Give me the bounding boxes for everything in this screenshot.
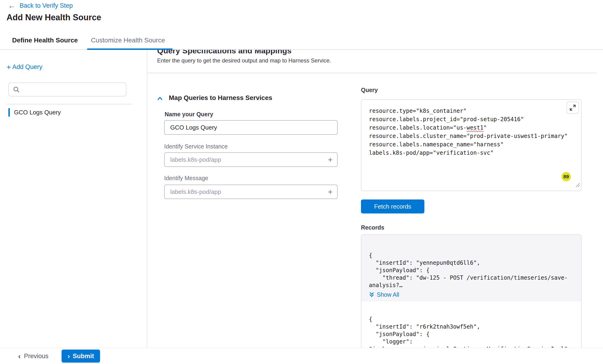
back-arrow-icon: ←: [8, 2, 15, 9]
map-queries-heading: Map Queries to Harness Services: [169, 94, 272, 102]
query-list-item-gco-logs[interactable]: GCO Logs Query: [7, 107, 132, 118]
query-line: labels.k8s-pod/app="verification-svc": [369, 149, 574, 157]
section-subheading: Enter the query to get the desired outpu…: [157, 57, 331, 64]
page-title: Add New Health Source: [7, 12, 101, 22]
previous-button[interactable]: ‹ Previous: [18, 353, 48, 360]
service-instance-label: Identify Service Instance: [164, 143, 228, 150]
tab-bar: Define Health Source Customize Health So…: [0, 31, 603, 50]
query-line: resource.labels.location="us-west1": [369, 124, 574, 132]
query-line: resource.labels.namespace_name="harness": [369, 140, 574, 149]
service-instance-field: +: [164, 152, 338, 167]
identify-message-field: +: [164, 184, 338, 199]
section-heading: Query Specifications and Mappings: [157, 50, 291, 55]
chevron-up-icon: [157, 95, 163, 102]
search-icon: [13, 86, 20, 93]
query-name-input[interactable]: [164, 120, 338, 135]
add-message-button[interactable]: +: [328, 188, 333, 196]
tab-customize-health-source[interactable]: Customize Health Source: [91, 31, 165, 49]
back-link-label: Back to Verify Step: [20, 2, 73, 9]
record-json-1: { "insertId": "yennepun0qtd6ll6", "jsonP…: [369, 252, 574, 289]
query-label: Query: [361, 87, 378, 93]
sidebar-divider: [7, 104, 132, 104]
name-query-label: Name your Query: [165, 111, 213, 118]
fetch-records-button[interactable]: Fetch records: [361, 199, 424, 214]
record-card: { "insertId": "yennepun0qtd6ll6", "jsonP…: [361, 235, 581, 302]
expand-query-button[interactable]: [567, 102, 579, 114]
char-count-badge: 89: [561, 172, 571, 181]
add-query-label: Add Query: [12, 63, 42, 71]
resize-handle[interactable]: [575, 181, 580, 190]
query-search-box: [8, 82, 126, 96]
query-line: resource.labels.project_id="prod-setup-2…: [369, 115, 574, 124]
collapse-section-button[interactable]: [157, 95, 163, 102]
query-item-label: GCO Logs Query: [14, 109, 61, 116]
record-json-2: { "insertId": "r6rk2tnah3owf5eh", "jsonP…: [369, 316, 574, 348]
add-service-instance-button[interactable]: +: [328, 156, 333, 164]
add-query-button[interactable]: + Add Query: [7, 63, 42, 71]
chevron-right-icon: ›: [68, 353, 70, 359]
add-health-source-page: ← Back to Verify Step Add New Health Sou…: [0, 0, 603, 364]
previous-label: Previous: [24, 353, 48, 360]
double-chevron-down-icon: [369, 292, 374, 298]
selected-indicator: [8, 108, 10, 116]
show-all-link[interactable]: Show All: [369, 291, 399, 298]
query-line: resource.type="k8s_container": [369, 107, 574, 115]
footer-bar: ‹ Previous › Submit: [0, 348, 603, 364]
plus-icon: +: [7, 64, 11, 70]
show-all-label: Show All: [377, 291, 399, 298]
back-to-verify-step-link[interactable]: ← Back to Verify Step: [8, 2, 73, 9]
search-input[interactable]: [23, 86, 122, 93]
records-label: Records: [361, 224, 384, 231]
section-divider: [147, 73, 596, 73]
content-area: + Add Query GCO Logs Query Query Specifi…: [0, 50, 603, 348]
service-instance-input[interactable]: [170, 156, 328, 163]
active-tab-underline: [87, 48, 173, 50]
identify-message-label: Identify Message: [164, 175, 208, 182]
identify-message-input[interactable]: [170, 188, 328, 195]
records-panel[interactable]: { "insertId": "yennepun0qtd6ll6", "jsonP…: [361, 234, 581, 348]
fullscreen-icon: [569, 104, 576, 111]
tab-define-health-source[interactable]: Define Health Source: [12, 31, 78, 49]
chevron-left-icon: ‹: [18, 353, 21, 359]
query-line: resource.labels.cluster_name="prod-priva…: [369, 132, 574, 140]
misspelled-word: west1: [467, 125, 483, 131]
submit-label: Submit: [73, 353, 94, 360]
query-textarea[interactable]: resource.type="k8s_container" resource.l…: [361, 99, 581, 191]
sidebar-main-divider: [147, 50, 147, 348]
submit-button[interactable]: › Submit: [62, 350, 100, 363]
